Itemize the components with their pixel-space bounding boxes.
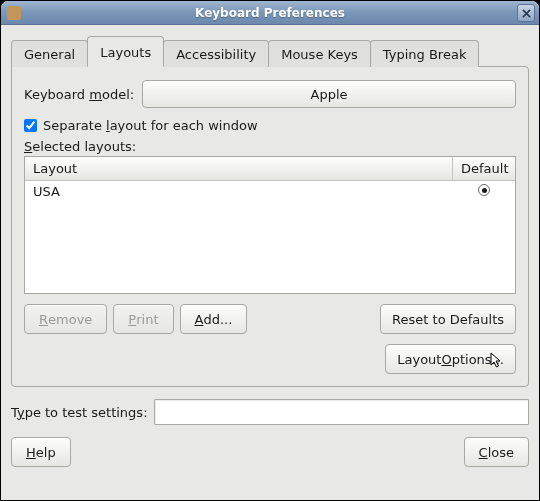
tab-layouts[interactable]: Layouts <box>87 36 164 67</box>
keyboard-model-button[interactable]: Apple <box>142 80 516 108</box>
default-cell[interactable] <box>453 181 515 202</box>
col-default-header[interactable]: Default <box>453 157 515 180</box>
print-button: Print <box>113 304 173 334</box>
tab-typing-break[interactable]: Typing Break <box>370 40 480 67</box>
table-row[interactable]: USA <box>25 181 515 202</box>
add-button[interactable]: Add... <box>180 304 248 334</box>
layout-options-button[interactable]: Layout Options... <box>385 344 516 374</box>
keyboard-model-value: Apple <box>311 87 348 102</box>
keyboard-model-label: Keyboard model: <box>24 87 134 102</box>
type-to-test-label: Type to test settings: <box>11 405 148 420</box>
default-radio-icon[interactable] <box>478 184 490 196</box>
tab-general[interactable]: General <box>11 40 88 67</box>
selected-layouts-label: Selected layouts: <box>24 139 516 154</box>
window-title: Keyboard Preferences <box>195 6 345 20</box>
layouts-table: Layout Default USA <box>24 156 516 294</box>
tab-accessibility[interactable]: Accessibility <box>163 40 269 67</box>
window-icon <box>7 6 21 20</box>
remove-button: Remove <box>24 304 107 334</box>
separate-layout-checkbox[interactable] <box>24 119 37 132</box>
close-button[interactable]: Close <box>464 437 529 467</box>
help-button[interactable]: Help <box>11 437 71 467</box>
layout-cell: USA <box>25 181 453 202</box>
separate-layout-label: Separate layout for each window <box>43 118 258 133</box>
close-icon[interactable] <box>517 4 535 22</box>
type-to-test-input[interactable] <box>154 399 529 425</box>
keyboard-preferences-window: Keyboard Preferences General Layouts Acc… <box>0 0 540 501</box>
tab-mouse-keys[interactable]: Mouse Keys <box>268 40 371 67</box>
titlebar[interactable]: Keyboard Preferences <box>1 1 539 25</box>
tab-strip: General Layouts Accessibility Mouse Keys… <box>11 36 529 67</box>
reset-defaults-button[interactable]: Reset to Defaults <box>380 304 516 334</box>
col-layout-header[interactable]: Layout <box>25 157 453 180</box>
layouts-panel: Keyboard model: Apple Separate layout fo… <box>11 66 529 387</box>
